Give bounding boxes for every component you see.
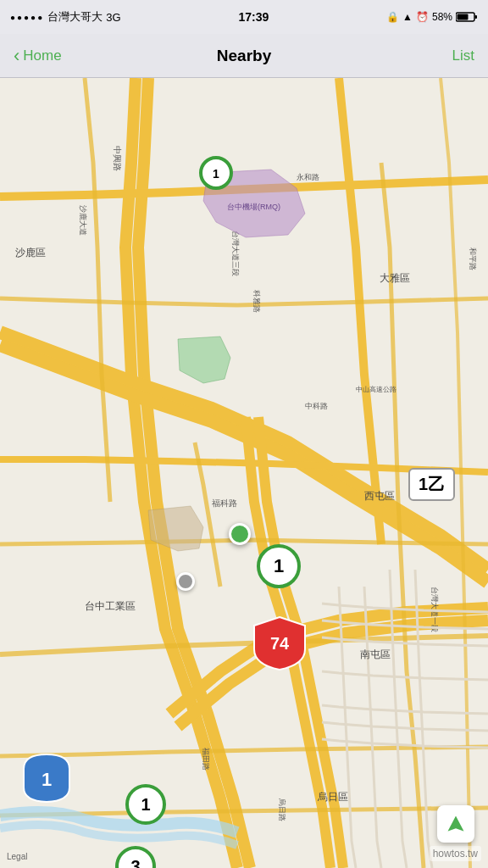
back-chevron-icon: ‹ xyxy=(14,47,19,65)
status-bar: ●●●●● 台灣大哥大 3G 17:39 🔒 ▲ ⏰ 58% xyxy=(0,0,488,34)
alarm-icon: ⏰ xyxy=(416,11,429,23)
sign-blue-shield-1: 1 xyxy=(20,752,73,808)
back-button[interactable]: ‹ Home xyxy=(14,47,62,65)
status-right: 🔒 ▲ ⏰ 58% xyxy=(386,11,478,23)
location-status-icon: ▲ xyxy=(402,11,413,23)
grey-location-dot xyxy=(176,572,195,591)
status-time: 17:39 xyxy=(238,10,269,24)
svg-text:中科路: 中科路 xyxy=(305,402,328,410)
carrier-label: 台灣大哥大 xyxy=(47,9,103,25)
road-box-1yi: 1乙 xyxy=(408,468,455,501)
back-label: Home xyxy=(23,47,61,64)
legal-text: Legal xyxy=(7,852,27,861)
svg-rect-2 xyxy=(458,14,469,20)
nav-bar: ‹ Home Nearby List xyxy=(0,34,488,78)
battery-icon xyxy=(456,11,478,23)
svg-text:中興路: 中興路 xyxy=(113,146,122,171)
svg-text:科雅路: 科雅路 xyxy=(252,290,261,313)
sign-circle-3: 3 xyxy=(115,846,156,868)
svg-text:1: 1 xyxy=(213,167,219,181)
current-location-dot xyxy=(229,523,251,545)
svg-rect-1 xyxy=(475,15,478,19)
watermark: howtos.tw xyxy=(430,846,481,861)
gps-button[interactable] xyxy=(437,805,474,843)
sign-circle-1-main: 1 xyxy=(257,544,301,588)
sign-circle-1-bottom: 1 xyxy=(125,784,166,825)
status-left: ●●●●● 台灣大哥大 3G xyxy=(10,9,121,25)
svg-text:福田路: 福田路 xyxy=(202,748,210,771)
svg-text:永和路: 永和路 xyxy=(297,173,319,181)
svg-text:福科路: 福科路 xyxy=(212,498,237,508)
signal-dots: ●●●●● xyxy=(10,13,44,22)
sign-red-shield-74: 74 xyxy=(252,615,307,675)
network-label: 3G xyxy=(106,11,120,24)
list-button[interactable]: List xyxy=(452,47,474,64)
svg-text:中山高速公路: 中山高速公路 xyxy=(356,386,396,393)
svg-text:和平路: 和平路 xyxy=(469,248,477,270)
svg-text:台中機場(RMQ): 台中機場(RMQ) xyxy=(227,203,280,211)
battery-label: 58% xyxy=(432,11,452,23)
svg-text:台灣大道三段: 台灣大道三段 xyxy=(231,231,240,276)
lock-icon: 🔒 xyxy=(386,11,399,23)
page-title: Nearby xyxy=(217,47,271,65)
svg-text:沙鹿大道: 沙鹿大道 xyxy=(79,205,87,236)
svg-text:烏日路: 烏日路 xyxy=(278,798,286,821)
map-area[interactable]: 中興路 沙鹿大道 永和路 中科路 中山高速公路 福科路 台灣大道三段 科雅路 和… xyxy=(0,78,488,868)
svg-marker-22 xyxy=(446,815,465,832)
